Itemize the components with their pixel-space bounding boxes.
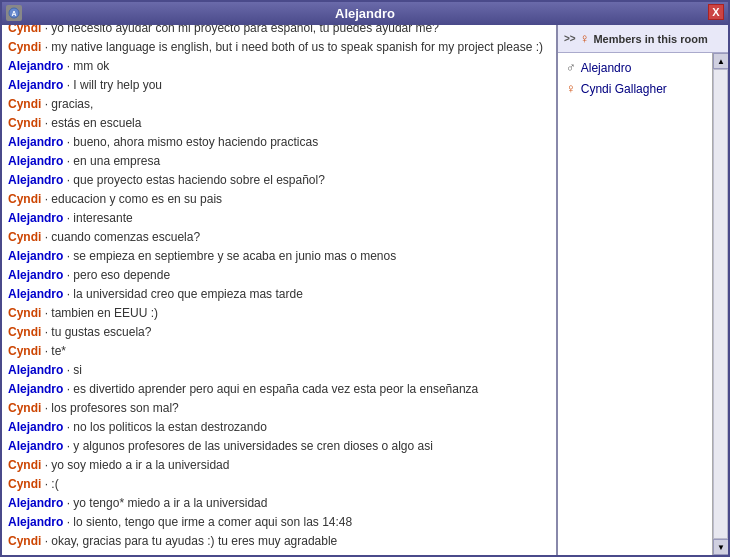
sidebar-scrollbar: ▲ ▼ — [712, 53, 728, 555]
message-line: Alejandro · mm ok — [8, 57, 550, 75]
message-sender: Cyndi — [8, 97, 41, 111]
message-line: Cyndi · yo soy miedo a ir a la universid… — [8, 456, 550, 474]
chat-messages[interactable]: Alejandro · Hi, how are you(Hola que tal… — [2, 25, 556, 555]
message-sender: Cyndi — [8, 325, 41, 339]
message-text: · yo soy miedo a ir a la universidad — [41, 458, 229, 472]
message-sender: Alejandro — [8, 496, 63, 510]
message-line: Alejandro · en una empresa — [8, 152, 550, 170]
message-text: · mm ok — [63, 59, 109, 73]
message-text: · y algunos profesores de las universida… — [63, 439, 433, 453]
message-text: · la universidad creo que empieza mas ta… — [63, 287, 302, 301]
message-text: · gracias, — [41, 97, 93, 111]
scroll-down-button[interactable]: ▼ — [713, 539, 728, 555]
message-line: Cyndi · :( — [8, 475, 550, 493]
message-line: Alejandro · no los politicos la estan de… — [8, 418, 550, 436]
message-sender: Cyndi — [8, 40, 41, 54]
message-text: · si — [63, 363, 82, 377]
message-text: · estás en escuela — [41, 116, 141, 130]
message-line: Cyndi · yo necesito ayudar con mi proyec… — [8, 25, 550, 37]
message-sender: Cyndi — [8, 192, 41, 206]
female-icon: ♀ — [566, 81, 576, 96]
message-sender: Cyndi — [8, 477, 41, 491]
sidebar-members: ♂Alejandro♀Cyndi Gallagher — [558, 53, 712, 555]
message-text: · te* — [41, 344, 66, 358]
svg-text:A: A — [11, 10, 16, 17]
message-sender: Alejandro — [8, 173, 63, 187]
message-line: Cyndi · tambien en EEUU :) — [8, 304, 550, 322]
scroll-up-button[interactable]: ▲ — [713, 53, 728, 69]
message-text: · que proyecto estas haciendo sobre el e… — [63, 173, 325, 187]
message-sender: Alejandro — [8, 420, 63, 434]
message-text: · interesante — [63, 211, 132, 225]
window-title: Alejandro — [335, 6, 395, 21]
message-line: Cyndi · my native language is english, b… — [8, 38, 550, 56]
message-line: Alejandro · interesante — [8, 209, 550, 227]
member-item[interactable]: ♂Alejandro — [558, 57, 712, 78]
message-text: · :( — [41, 477, 58, 491]
message-line: Alejandro · yo tengo* miedo a ir a la un… — [8, 494, 550, 512]
message-sender: Cyndi — [8, 230, 41, 244]
message-line: Cyndi · estás en escuela — [8, 114, 550, 132]
message-sender: Alejandro — [8, 515, 63, 529]
message-sender: Alejandro — [8, 382, 63, 396]
main-area: Alejandro · Hi, how are you(Hola que tal… — [2, 25, 728, 555]
message-sender: Alejandro — [8, 439, 63, 453]
message-line: Alejandro · y algunos profesores de las … — [8, 437, 550, 455]
message-line: Cyndi · gracias, — [8, 95, 550, 113]
message-line: Alejandro · lo siento, tengo que irme a … — [8, 513, 550, 531]
message-text: · pero eso depende — [63, 268, 170, 282]
chat-area: Alejandro · Hi, how are you(Hola que tal… — [2, 25, 558, 555]
message-line: Alejandro · se empieza en septiembre y s… — [8, 247, 550, 265]
people-icon: ♀ — [580, 31, 590, 46]
message-sender: Alejandro — [8, 59, 63, 73]
message-sender: Cyndi — [8, 306, 41, 320]
message-sender: Alejandro — [8, 249, 63, 263]
message-text: · my native language is english, but i n… — [41, 40, 543, 54]
message-line: Cyndi · tu gustas escuela? — [8, 323, 550, 341]
message-sender: Cyndi — [8, 344, 41, 358]
member-name: Alejandro — [581, 61, 632, 75]
message-line: Cyndi · okay, gracias para tu ayudas :) … — [8, 532, 550, 550]
scroll-track — [713, 69, 728, 539]
message-text: · educacion y como es en su pais — [41, 192, 222, 206]
message-sender: Alejandro — [8, 211, 63, 225]
message-text: · yo tengo* miedo a ir a la universidad — [63, 496, 267, 510]
main-window: A Alejandro X Alejandro · Hi, how are yo… — [0, 0, 730, 557]
message-sender: Alejandro — [8, 287, 63, 301]
message-sender: Alejandro — [8, 78, 63, 92]
message-sender: Cyndi — [8, 458, 41, 472]
message-line: Cyndi · cuando comenzas escuela? — [8, 228, 550, 246]
message-sender: Cyndi — [8, 534, 41, 548]
member-item[interactable]: ♀Cyndi Gallagher — [558, 78, 712, 99]
message-text: · cuando comenzas escuela? — [41, 230, 200, 244]
message-sender: Alejandro — [8, 154, 63, 168]
message-text: · los profesores son mal? — [41, 401, 178, 415]
message-text: · en una empresa — [63, 154, 160, 168]
message-line: Alejandro · I will try help you — [8, 76, 550, 94]
message-text: · es divertido aprender pero aqui en esp… — [63, 382, 478, 396]
message-sender: Cyndi — [8, 401, 41, 415]
message-sender: Alejandro — [8, 135, 63, 149]
message-line: Alejandro · si — [8, 361, 550, 379]
expand-icon: >> — [564, 33, 576, 44]
message-line: Cyndi · los profesores son mal? — [8, 399, 550, 417]
member-name: Cyndi Gallagher — [581, 82, 667, 96]
message-sender: Cyndi — [8, 116, 41, 130]
message-text: · lo siento, tengo que irme a comer aqui… — [63, 515, 352, 529]
message-text: · se empieza en septiembre y se acaba en… — [63, 249, 396, 263]
title-bar: A Alejandro X — [2, 2, 728, 25]
sidebar-scroll-container: ♂Alejandro♀Cyndi Gallagher ▲ ▼ — [558, 53, 728, 555]
message-text: · okay, gracias para tu ayudas :) tu ere… — [41, 534, 337, 548]
close-button[interactable]: X — [708, 4, 724, 20]
message-line: Alejandro · pero eso depende — [8, 266, 550, 284]
message-text: · tambien en EEUU :) — [41, 306, 158, 320]
message-line: Cyndi · te* — [8, 342, 550, 360]
message-text: · no los politicos la estan destrozando — [63, 420, 266, 434]
message-line: Cyndi · educacion y como es en su pais — [8, 190, 550, 208]
sidebar-header-label: Members in this room — [593, 33, 707, 45]
message-line: Alejandro · la universidad creo que empi… — [8, 285, 550, 303]
message-line: Alejandro · bueno, ahora mismo estoy hac… — [8, 133, 550, 151]
window-icon: A — [6, 5, 22, 21]
male-icon: ♂ — [566, 60, 576, 75]
message-text: · I will try help you — [63, 78, 162, 92]
